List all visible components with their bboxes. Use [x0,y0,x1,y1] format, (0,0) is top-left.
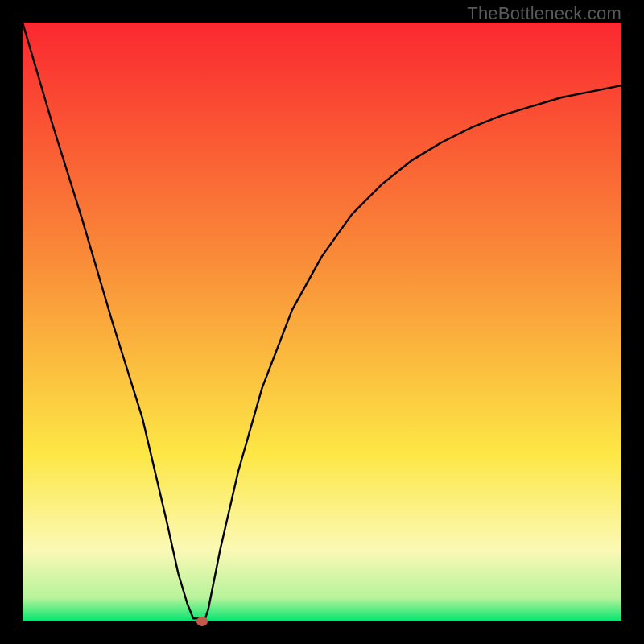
watermark-text: TheBottleneck.com [467,3,621,24]
optimum-marker [196,617,208,626]
chart-frame: TheBottleneck.com [0,0,644,644]
chart-svg [23,23,621,621]
plot-area [23,23,621,621]
